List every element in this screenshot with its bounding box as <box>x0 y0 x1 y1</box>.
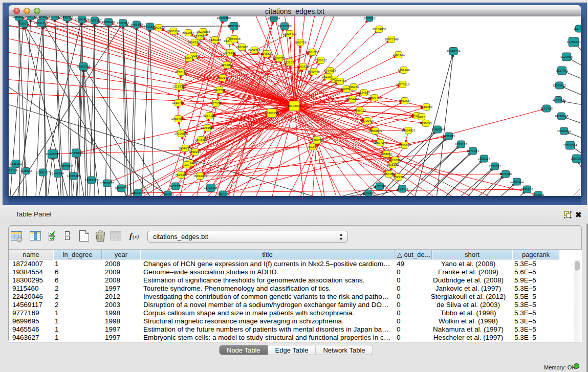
svg-text:16648784: 16648784 <box>446 49 461 53</box>
svg-text:1640954: 1640954 <box>431 127 444 131</box>
svg-text:10120746: 10120746 <box>388 158 402 162</box>
svg-text:8427552: 8427552 <box>213 88 226 92</box>
svg-text:1115682: 1115682 <box>20 169 32 172</box>
svg-text:19654933: 19654933 <box>171 117 185 120</box>
svg-text:16961758: 16961758 <box>305 50 319 54</box>
svg-text:3624554: 3624554 <box>358 91 370 94</box>
svg-text:2867608: 2867608 <box>236 45 248 49</box>
svg-text:18226058: 18226058 <box>196 30 210 33</box>
svg-text:4158480: 4158480 <box>362 191 375 195</box>
svg-text:6061658: 6061658 <box>25 16 37 18</box>
svg-text:7663822: 7663822 <box>153 26 165 29</box>
svg-text:16914479: 16914479 <box>193 174 207 178</box>
svg-text:1527602: 1527602 <box>117 21 129 25</box>
svg-text:15720407: 15720407 <box>360 119 375 122</box>
svg-text:3675685: 3675685 <box>224 51 236 54</box>
svg-text:10855287: 10855287 <box>101 20 116 24</box>
svg-text:1167530: 1167530 <box>571 157 581 160</box>
svg-text:2087682: 2087682 <box>363 16 376 20</box>
svg-text:26053346: 26053346 <box>76 64 91 68</box>
svg-text:17016504: 17016504 <box>563 143 577 147</box>
svg-text:3215955: 3215955 <box>540 106 553 110</box>
svg-text:3878332: 3878332 <box>195 138 207 141</box>
svg-text:9327505: 9327505 <box>194 34 206 38</box>
svg-text:1117711: 1117711 <box>574 27 581 30</box>
svg-text:2620223: 2620223 <box>49 16 61 18</box>
svg-text:6466160: 6466160 <box>130 23 143 26</box>
svg-text:12942757: 12942757 <box>36 170 50 174</box>
svg-text:1954646: 1954646 <box>228 37 241 40</box>
svg-text:2935114: 2935114 <box>478 157 490 160</box>
svg-text:8860124: 8860124 <box>167 29 180 33</box>
svg-text:12975115: 12975115 <box>396 82 410 86</box>
svg-text:8813054: 8813054 <box>268 16 280 20</box>
svg-text:3498222: 3498222 <box>189 150 201 154</box>
svg-text:9129966: 9129966 <box>560 55 573 58</box>
svg-text:1588520: 1588520 <box>273 56 286 60</box>
svg-text:16033809: 16033809 <box>216 16 231 19</box>
svg-text:9463627: 9463627 <box>399 99 411 102</box>
svg-text:11325419: 11325419 <box>283 32 297 35</box>
svg-text:19218506: 19218506 <box>277 24 292 28</box>
svg-text:3430558: 3430558 <box>61 16 73 19</box>
svg-text:5224: 5224 <box>309 145 316 148</box>
svg-text:12505135: 12505135 <box>67 174 81 178</box>
svg-text:12213383: 12213383 <box>172 84 186 88</box>
svg-text:9245652: 9245652 <box>521 187 533 191</box>
svg-text:1054821: 1054821 <box>393 53 405 56</box>
svg-text:9227342: 9227342 <box>556 69 568 72</box>
svg-text:14248078: 14248078 <box>36 16 50 18</box>
svg-text:8471626: 8471626 <box>499 172 512 176</box>
svg-text:20691406: 20691406 <box>75 17 89 21</box>
svg-text:6679197: 6679197 <box>455 142 467 146</box>
svg-text:1964203: 1964203 <box>162 192 174 196</box>
svg-text:9864: 9864 <box>418 115 425 118</box>
svg-text:7625402: 7625402 <box>175 173 187 177</box>
svg-text:28557392: 28557392 <box>88 18 102 22</box>
svg-text:8938923: 8938923 <box>443 134 455 138</box>
svg-text:1162615: 1162615 <box>297 64 309 68</box>
svg-text:(x): (x) <box>133 233 139 240</box>
svg-text:16543362: 16543362 <box>187 40 202 44</box>
svg-text:7632621: 7632621 <box>489 164 501 168</box>
svg-text:19166822: 19166822 <box>174 132 188 135</box>
svg-text:18724007: 18724007 <box>287 104 301 107</box>
svg-text:12353594: 12353594 <box>200 126 214 129</box>
svg-text:15716485: 15716485 <box>204 186 218 189</box>
svg-text:746266: 746266 <box>349 85 359 89</box>
svg-text:7357224: 7357224 <box>228 24 240 28</box>
svg-text:20364456: 20364456 <box>345 97 359 101</box>
svg-text:3267130: 3267130 <box>203 114 215 117</box>
svg-text:17359934: 17359934 <box>69 151 83 155</box>
svg-text:10654112: 10654112 <box>510 180 524 183</box>
svg-text:1733426: 1733426 <box>396 187 408 190</box>
svg-text:16210643: 16210643 <box>554 114 569 118</box>
svg-text:12923448: 12923448 <box>131 191 145 194</box>
svg-text:16154808: 16154808 <box>372 27 386 31</box>
svg-text:8990448: 8990448 <box>308 70 320 73</box>
svg-text:18981216: 18981216 <box>216 192 230 196</box>
svg-text:1405571: 1405571 <box>17 21 30 25</box>
svg-text:1835061: 1835061 <box>10 162 22 165</box>
svg-text:9242848: 9242848 <box>221 63 233 67</box>
svg-text:9777169: 9777169 <box>334 79 346 83</box>
svg-text:252254: 252254 <box>394 175 404 179</box>
svg-text:15751074: 15751074 <box>567 40 581 43</box>
svg-text:1151469: 1151469 <box>398 68 410 72</box>
svg-text:20206536: 20206536 <box>46 152 60 156</box>
svg-text:16782759: 16782759 <box>114 186 128 190</box>
svg-text:30975887: 30975887 <box>59 164 73 168</box>
svg-text:10807487: 10807487 <box>367 96 382 99</box>
svg-text:1244415: 1244415 <box>552 98 564 101</box>
svg-text:8322037: 8322037 <box>284 60 296 64</box>
svg-text:15692971: 15692971 <box>557 129 571 133</box>
svg-text:9699695: 9699695 <box>420 121 432 125</box>
svg-text:10688609: 10688609 <box>368 129 382 133</box>
svg-text:8186328: 8186328 <box>209 38 221 41</box>
svg-text:9457791: 9457791 <box>169 184 182 188</box>
svg-text:6794028: 6794028 <box>324 69 336 72</box>
svg-text:7986322: 7986322 <box>354 108 366 112</box>
svg-text:9146821: 9146821 <box>260 52 273 55</box>
svg-text:10958107: 10958107 <box>100 181 114 185</box>
svg-text:14136141: 14136141 <box>373 184 387 188</box>
